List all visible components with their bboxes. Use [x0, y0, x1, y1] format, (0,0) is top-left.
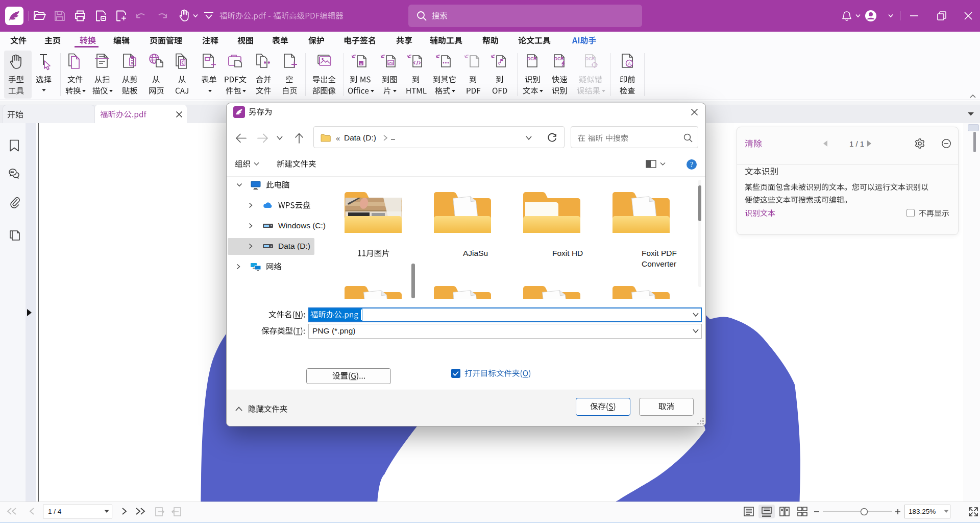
svg-text:OCR: OCR	[527, 56, 537, 61]
svg-text:o: o	[360, 61, 362, 66]
svg-text:OCR: OCR	[585, 56, 595, 61]
svg-text:A: A	[628, 61, 631, 66]
svg-text:?: ?	[690, 161, 693, 169]
svg-text:OCR: OCR	[554, 56, 564, 61]
